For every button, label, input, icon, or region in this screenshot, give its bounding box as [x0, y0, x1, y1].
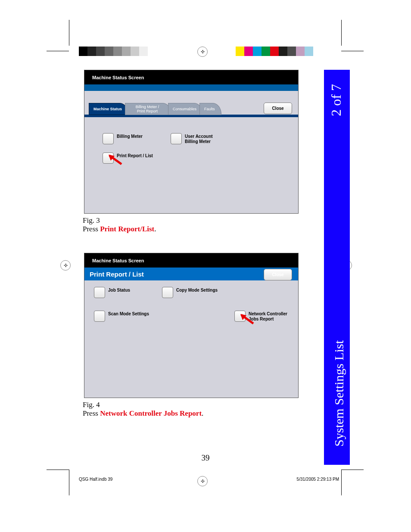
color-swatch [287, 47, 296, 56]
figure-number: Fig. 3 [83, 216, 100, 224]
job-status-button[interactable]: Job Status [94, 287, 130, 298]
button-label: User Account Billing Meter [185, 133, 213, 144]
color-swatch [96, 47, 105, 56]
scan-mode-settings-button[interactable]: Scan Mode Settings [94, 311, 149, 322]
tab-faults[interactable]: Faults [199, 103, 221, 115]
page-number: 39 [0, 453, 411, 463]
print-report-list-button[interactable]: Print Report / List [103, 152, 153, 164]
registration-mark-left: ✜ [60, 260, 71, 271]
button-label: Scan Mode Settings [108, 311, 149, 317]
caption-highlight: Print Report/List [100, 225, 154, 233]
caption-text: . [202, 409, 203, 417]
color-swatch [305, 47, 313, 56]
close-button[interactable]: Close [264, 103, 292, 114]
registration-mark-bottom: ✜ [197, 476, 208, 486]
copy-mode-settings-button[interactable]: Copy Mode Settings [162, 287, 218, 298]
color-swatch [131, 47, 139, 56]
button-icon [94, 311, 105, 322]
button-icon [94, 287, 105, 298]
button-label: Copy Mode Settings [176, 287, 218, 293]
button-icon [171, 133, 182, 144]
user-account-billing-meter-button[interactable]: User Account Billing Meter [171, 133, 213, 144]
color-swatch [87, 47, 96, 56]
footer-filename: QSG Half.indb 39 [79, 477, 112, 482]
caption-text: Press [83, 225, 100, 233]
color-swatch [105, 47, 113, 56]
color-swatch [253, 47, 262, 56]
color-swatch [79, 47, 87, 56]
heading-label: Print Report / List [90, 271, 144, 278]
color-swatch [236, 47, 244, 56]
tab-label: Consumables [173, 107, 196, 111]
color-swatch [122, 47, 131, 56]
page-of-label: 2 of 7 [328, 84, 344, 116]
color-swatch [279, 47, 287, 56]
color-swatch [296, 47, 305, 56]
fig3-screenshot: Machine Status Screen Machine Status Bil… [84, 70, 299, 214]
color-swatch [270, 47, 279, 56]
tab-label: Faults [204, 107, 215, 111]
section-title: System Settings List [332, 340, 346, 447]
button-icon [234, 311, 246, 322]
button-label: Print Report / List [117, 152, 153, 159]
button-label: Close [272, 106, 283, 111]
fig4-caption: Fig. 4 Press Network Controller Jobs Rep… [83, 401, 203, 418]
tab-billing-meter[interactable]: Billing Meter / Print Report [125, 103, 171, 115]
caption-text: Press [83, 409, 100, 417]
color-swatch [156, 47, 165, 56]
fig4-screenshot: Machine Status Screen Print Report / Lis… [84, 253, 299, 398]
button-label: Job Status [108, 287, 130, 293]
figure-number: Fig. 4 [83, 401, 100, 409]
color-swatch [244, 47, 253, 56]
fig3-caption: Fig. 3 Press Print Report/List. [83, 216, 156, 233]
color-swatch [113, 47, 122, 56]
tab-consumables[interactable]: Consumables [168, 103, 203, 115]
button-icon [162, 287, 173, 298]
toolbar [84, 84, 298, 91]
color-swatch [165, 47, 174, 56]
tab-label: Machine Status [93, 107, 122, 111]
button-icon [103, 133, 114, 144]
screen-title: Machine Status Screen [84, 70, 298, 84]
color-swatch [313, 47, 322, 56]
tab-label: Billing Meter / Print Report [136, 105, 159, 113]
footer-timestamp: 5/31/2005 2:29:13 PM [297, 477, 339, 482]
caption-highlight: Network Controller Jobs Report [100, 409, 202, 417]
button-label: Billing Meter [117, 133, 143, 139]
network-controller-jobs-report-button[interactable]: Network Controller Jobs Report [234, 311, 287, 322]
screen-title: Machine Status Screen [84, 253, 298, 268]
panel-heading: Print Report / List Close [84, 268, 298, 280]
tab-machine-status[interactable]: Machine Status [89, 103, 128, 115]
color-swatch [262, 47, 270, 56]
color-swatch [139, 47, 148, 56]
button-label: Close [272, 272, 283, 277]
close-button[interactable]: Close [264, 269, 292, 280]
button-label: Network Controller Jobs Report [249, 311, 287, 322]
caption-text: . [154, 225, 156, 233]
button-icon [103, 152, 114, 164]
registration-mark-top: ✜ [197, 47, 208, 57]
billing-meter-button[interactable]: Billing Meter [103, 133, 143, 144]
color-swatch [148, 47, 156, 56]
